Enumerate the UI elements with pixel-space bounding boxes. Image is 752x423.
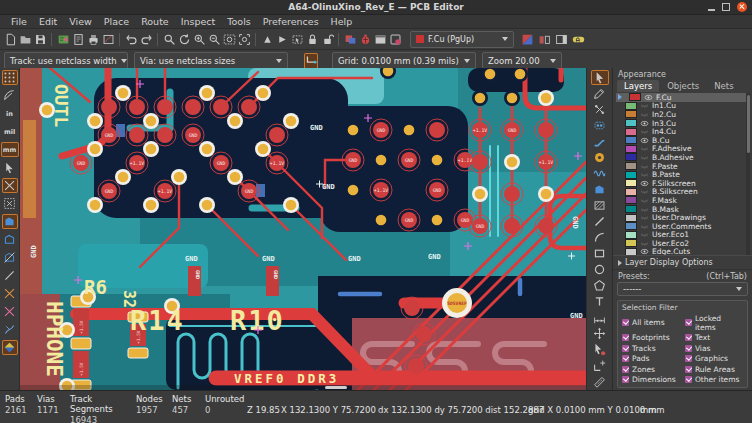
layer-color-swatch[interactable] (625, 110, 637, 118)
checkbox-checked-icon[interactable] (685, 345, 692, 352)
find-button[interactable] (162, 31, 176, 47)
pad[interactable] (199, 141, 215, 157)
eye-open-icon[interactable] (640, 247, 649, 255)
layer-color-swatch[interactable] (625, 196, 637, 204)
maximize-button[interactable] (722, 3, 730, 11)
units-mm-button[interactable]: mm (1, 142, 19, 157)
drill-origin-tool-button[interactable] (591, 358, 609, 373)
unlock-button[interactable] (320, 31, 334, 47)
via[interactable] (154, 124, 176, 146)
layer-row-in4.cu[interactable]: In4.Cu (616, 127, 750, 136)
plot-button[interactable] (101, 31, 115, 47)
track-width-selector[interactable]: Track: use netclass width (4, 52, 128, 69)
via[interactable]: GND (398, 149, 420, 171)
via[interactable]: +1.1V (535, 151, 557, 173)
via[interactable]: GND (98, 124, 120, 146)
close-button[interactable] (737, 2, 747, 12)
draw-polygon-tool-button[interactable] (591, 278, 609, 293)
via[interactable]: +1.1V (266, 152, 288, 174)
via[interactable]: GND (501, 119, 523, 141)
save-board-button[interactable] (33, 31, 47, 47)
checkbox-checked-icon[interactable] (622, 366, 629, 373)
via[interactable] (126, 124, 148, 146)
filter-all-items[interactable]: All items (622, 314, 685, 332)
layer-row-b.mask[interactable]: B.Mask (616, 205, 750, 214)
via[interactable] (126, 96, 148, 118)
layer-color-swatch[interactable] (625, 162, 637, 170)
pad[interactable] (255, 85, 271, 101)
zoom-selector[interactable]: Zoom 20.00 (482, 52, 562, 69)
pad[interactable] (538, 90, 554, 106)
via[interactable]: +1.1V (126, 152, 148, 174)
menu-file[interactable]: File (5, 15, 33, 28)
menu-preferences[interactable]: Preferences (257, 15, 325, 28)
pad[interactable] (283, 113, 299, 129)
via[interactable]: GND (469, 215, 491, 237)
menu-edit[interactable]: Edit (33, 15, 63, 28)
pad[interactable] (345, 182, 361, 198)
pad[interactable] (373, 212, 389, 228)
select-area-button[interactable] (290, 31, 304, 47)
layer-row-f.mask[interactable]: F.Mask (616, 196, 750, 205)
layer-color-swatch[interactable] (625, 171, 637, 179)
pad[interactable] (115, 85, 131, 101)
filter-footprints[interactable]: Footprints (622, 333, 685, 342)
print-button[interactable] (86, 31, 100, 47)
draw-circle-tool-button[interactable] (591, 262, 609, 277)
via[interactable]: GND (370, 119, 392, 141)
checkbox-checked-icon[interactable] (622, 376, 629, 383)
pad[interactable] (199, 197, 215, 213)
layer-color-swatch[interactable] (629, 93, 641, 101)
move-exact-tool-button[interactable] (591, 326, 609, 341)
menu-help[interactable]: Help (325, 15, 359, 28)
layer-color-swatch[interactable] (625, 119, 637, 127)
layer-display-options[interactable]: Layer Display Options (613, 255, 752, 270)
scripting-console-button[interactable] (388, 31, 402, 47)
new-board-button[interactable] (3, 31, 17, 47)
design-rules-check-button[interactable] (358, 31, 372, 47)
layer-row-f.paste[interactable]: F.Paste (616, 162, 750, 171)
tab-layers[interactable]: Layers (617, 80, 659, 92)
checkbox-checked-icon[interactable] (685, 376, 692, 383)
layer-row-in2.cu[interactable]: In2.Cu (616, 110, 750, 119)
pad[interactable] (401, 122, 417, 138)
layer-row-f.cu[interactable]: F.Cu (616, 93, 750, 102)
pad[interactable] (429, 152, 445, 168)
pad[interactable] (538, 186, 554, 202)
draw-rectangle-tool-button[interactable] (591, 246, 609, 261)
track-outline-mode-button[interactable] (2, 322, 18, 337)
cursor-shape-button[interactable] (2, 160, 18, 175)
footprint-properties-button[interactable] (373, 31, 387, 47)
select-tool-button[interactable] (591, 70, 609, 85)
checkbox-checked-icon[interactable] (622, 345, 629, 352)
pcb-canvas[interactable]: GNDGNDGND+1.1VGND+1.1VGND+1.1VGNDGNDGNDG… (20, 68, 586, 390)
menu-view[interactable]: View (63, 15, 98, 28)
layer-row-f.adhesive[interactable]: F.Adhesive (616, 145, 750, 154)
menu-tools[interactable]: Tools (221, 15, 256, 28)
local-ratsnest-tool-button[interactable] (591, 102, 609, 117)
redo-button[interactable] (139, 31, 153, 47)
filter-graphics[interactable]: Graphics (685, 354, 743, 363)
full-window-crosshair-button[interactable] (2, 178, 18, 193)
filter-vias[interactable]: Vias (685, 344, 743, 353)
inactive-layer-dim-button[interactable] (2, 268, 18, 283)
zoom-fit-button[interactable] (222, 31, 236, 47)
checkbox-checked-icon[interactable] (622, 334, 629, 341)
units-mils-button[interactable]: mil (1, 124, 19, 139)
layer-row-user.eco2[interactable]: User.Eco2 (616, 239, 750, 248)
via[interactable] (535, 215, 557, 237)
layer-color-swatch[interactable] (625, 248, 637, 255)
via[interactable]: GND (426, 179, 448, 201)
menu-inspect[interactable]: Inspect (175, 15, 222, 28)
checkbox-checked-icon[interactable] (622, 319, 629, 326)
refresh-view-button[interactable] (177, 31, 191, 47)
via[interactable] (182, 96, 204, 118)
pad[interactable] (115, 169, 131, 185)
via[interactable]: +1.1V (154, 180, 176, 202)
menu-route[interactable]: Route (135, 15, 175, 28)
zone-fill-mode-button[interactable] (2, 232, 18, 247)
pad[interactable] (143, 197, 159, 213)
checkbox-checked-icon[interactable] (622, 355, 629, 362)
via-size-selector[interactable]: Via: use netclass sizes (134, 52, 288, 69)
layer-pair-button[interactable] (520, 31, 534, 47)
